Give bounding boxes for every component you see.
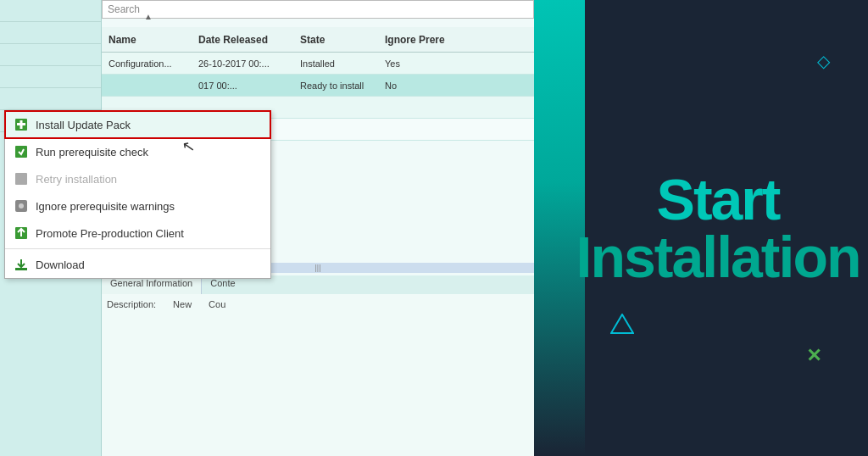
table-row[interactable]: Configuration... 26-10-2017 00:... Insta… — [102, 53, 534, 75]
cell-date-0: 26-10-2017 00:... — [195, 58, 297, 69]
bottom-row-1: Description: New Cou — [107, 299, 529, 309]
menu-item-wrapper-install: Install Update Pack — [5, 111, 270, 138]
sort-arrow: ▲ — [144, 12, 153, 21]
col-header-ignore: Ignore Prere — [381, 34, 458, 46]
col-header-date: Date Released — [195, 34, 297, 46]
cell-date-1: 017 00:... — [195, 81, 297, 91]
col-header-state: State — [297, 34, 381, 46]
menu-item-install-update[interactable]: Install Update Pack — [5, 111, 270, 138]
left-panel: Search ▲ Name Date Released State Ignore… — [0, 0, 534, 456]
scrollbar-label: ||| — [314, 264, 320, 272]
svg-point-6 — [19, 203, 24, 209]
menu-icon-retry — [14, 171, 29, 186]
deco-diamond-icon: ◇ — [817, 51, 830, 71]
cell-ignore-1: No — [381, 81, 458, 91]
right-panel: Start Installation ◇ ✕ — [534, 0, 868, 456]
menu-label-ignore-warnings: Ignore prerequisite warnings — [36, 200, 175, 213]
deco-x-icon: ✕ — [806, 345, 821, 367]
menu-icon-download — [14, 257, 29, 272]
menu-label-run-prereq: Run prerequisite check — [36, 146, 148, 158]
svg-rect-2 — [20, 120, 23, 129]
menu-item-promote-client[interactable]: Promote Pre-production Client — [5, 220, 270, 247]
menu-icon-run-prereq — [14, 144, 29, 159]
menu-item-run-prereq[interactable]: Run prerequisite check — [5, 138, 270, 165]
right-content-area: Start Installation — [542, 170, 860, 286]
menu-item-ignore-warnings[interactable]: Ignore prerequisite warnings — [5, 192, 270, 220]
menu-item-download[interactable]: Download — [5, 251, 270, 278]
context-menu: Install Update Pack Run prerequisite che… — [4, 110, 271, 279]
sidebar-item-4[interactable] — [0, 66, 101, 88]
search-label: Search — [108, 3, 140, 15]
desc-value: New — [173, 299, 192, 309]
desc-label: Description: — [107, 299, 156, 309]
menu-icon-install — [14, 117, 29, 132]
menu-label-retry: Retry installation — [36, 173, 117, 186]
table-row-selected[interactable]: 017 00:... Ready to install No — [102, 75, 534, 97]
menu-label-download: Download — [36, 259, 85, 271]
bottom-content: Description: New Cou — [102, 294, 534, 456]
svg-rect-3 — [15, 146, 27, 158]
svg-marker-9 — [611, 314, 633, 333]
menu-label-install-update: Install Update Pack — [36, 119, 131, 131]
svg-rect-4 — [15, 173, 27, 185]
menu-item-retry[interactable]: Retry installation — [5, 165, 270, 192]
cou-value: Cou — [209, 299, 225, 309]
menu-icon-promote-client — [14, 225, 29, 241]
menu-separator — [5, 248, 270, 249]
cell-name-0: Configuration... — [102, 58, 195, 69]
svg-rect-8 — [15, 268, 27, 270]
installation-text: Installation — [576, 228, 860, 286]
sidebar-item-1[interactable] — [0, 0, 101, 22]
sidebar-item-2[interactable] — [0, 22, 101, 44]
table-header: Name Date Released State Ignore Prere — [102, 27, 534, 53]
cell-ignore-0: Yes — [381, 58, 458, 69]
sidebar-item-5[interactable] — [0, 88, 101, 110]
cell-state-1: Ready to install — [297, 81, 381, 91]
start-text: Start — [576, 170, 860, 228]
cell-state-0: Installed — [297, 58, 381, 69]
sidebar-item-3[interactable] — [0, 44, 101, 66]
deco-triangle-icon — [610, 314, 634, 337]
col-header-name: Name — [102, 34, 195, 46]
search-bar[interactable]: Search — [102, 0, 534, 19]
menu-label-promote-client: Promote Pre-production Client — [36, 227, 184, 240]
menu-icon-ignore-warnings — [14, 198, 29, 214]
